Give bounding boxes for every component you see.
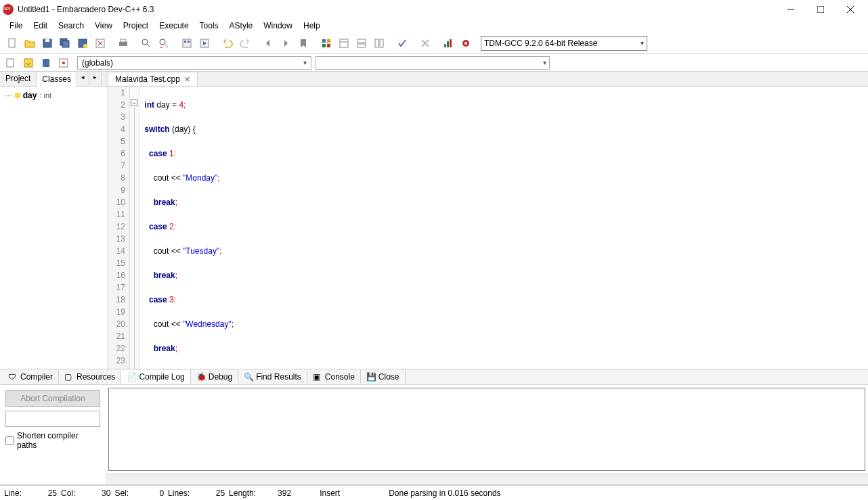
shield-icon: 🛡 [8, 372, 18, 382]
chevron-down-icon: ▾ [543, 59, 546, 66]
code-line[interactable]: break; [142, 342, 868, 355]
grid-icon[interactable] [318, 35, 334, 51]
globals-selected: (globals) [82, 58, 113, 68]
line-number: 20 [108, 318, 125, 330]
menu-tools[interactable]: Tools [194, 20, 224, 32]
insert-icon[interactable] [20, 55, 37, 71]
tab-find-results[interactable]: 🔍Find Results [238, 370, 307, 384]
menu-edit[interactable]: Edit [28, 20, 53, 32]
globals-select[interactable]: (globals) ▾ [77, 56, 311, 70]
print-icon[interactable] [115, 35, 131, 51]
tab-classes[interactable]: Classes [37, 72, 77, 87]
replace-icon[interactable] [156, 35, 172, 51]
code-editor[interactable]: 1 2 3 4 5 6 7 8 9 10 11 12 13 14 15 16 1… [108, 87, 868, 369]
close-file-icon[interactable] [92, 35, 108, 51]
code-line[interactable]: cout << "Wednesday"; [142, 318, 868, 330]
compile-icon[interactable] [179, 35, 195, 51]
status-col-value: 30 [79, 488, 110, 498]
abort-compilation-button[interactable]: Abort Compilation [5, 390, 100, 407]
compiler-selected: TDM-GCC 9.2.0 64-bit Release [484, 39, 597, 48]
line-number: 18 [108, 294, 125, 306]
fold-toggle-icon[interactable]: − [131, 99, 137, 106]
tile-h-icon[interactable] [353, 35, 370, 51]
code-line[interactable]: case 1: [142, 147, 868, 160]
menu-view[interactable]: View [89, 20, 118, 32]
menu-project[interactable]: Project [118, 20, 154, 32]
tile-v-icon[interactable] [371, 35, 387, 51]
shorten-paths-label: Shorten compiler paths [17, 431, 100, 450]
save-all-icon[interactable] [57, 35, 73, 51]
tab-console[interactable]: ▣Console [307, 370, 361, 384]
menu-astyle[interactable]: AStyle [224, 20, 259, 32]
svg-point-39 [464, 42, 467, 45]
stop-icon[interactable] [417, 35, 433, 51]
code-body[interactable]: int day = 4; switch (day) { case 1: cout… [139, 87, 868, 369]
code-line[interactable]: cout << "Tuesday"; [142, 245, 868, 257]
code-line[interactable]: int day = 4; [142, 99, 868, 111]
line-gutter: 1 2 3 4 5 6 7 8 9 10 11 12 13 14 15 16 1… [108, 87, 130, 369]
new-class-icon[interactable] [3, 55, 19, 71]
svg-rect-6 [45, 39, 49, 42]
compile-log-output[interactable] [108, 388, 865, 471]
goto-icon[interactable] [56, 55, 72, 71]
file-tab-active[interactable]: Malavida Test.cpp ✕ [108, 72, 198, 86]
tab-next-icon[interactable]: ▸ [89, 72, 102, 86]
tab-project[interactable]: Project [0, 72, 37, 86]
svg-rect-25 [322, 44, 326, 47]
find-icon[interactable] [138, 35, 154, 51]
undo-icon[interactable] [219, 35, 236, 51]
close-tab-icon[interactable]: ✕ [184, 75, 190, 84]
code-line[interactable]: break; [142, 196, 868, 208]
bookmark-icon[interactable] [295, 35, 311, 51]
menu-execute[interactable]: Execute [154, 20, 194, 32]
close-button[interactable] [836, 0, 865, 19]
code-line[interactable]: switch (day) { [142, 123, 868, 135]
status-sel-value: 0 [133, 488, 164, 498]
tab-resources[interactable]: ▢Resources [59, 370, 121, 384]
tab-compiler[interactable]: 🛡Compiler [3, 370, 59, 384]
debug-icon[interactable] [458, 35, 474, 51]
line-number: 3 [108, 111, 125, 123]
tab-compile-log[interactable]: 📄Compile Log [121, 370, 190, 384]
new-file-icon[interactable] [4, 35, 20, 51]
symbol-select[interactable]: ▾ [316, 56, 550, 70]
status-col-label: Col: [61, 488, 75, 498]
save-icon: 💾 [366, 372, 376, 382]
bookmark2-icon[interactable] [38, 55, 54, 71]
open-icon[interactable] [22, 35, 38, 51]
search-icon: 🔍 [244, 372, 253, 382]
code-line[interactable]: break; [142, 269, 868, 281]
menu-file[interactable]: File [4, 20, 28, 32]
blank-button[interactable] [5, 411, 100, 427]
tab-debug[interactable]: 🐞Debug [191, 370, 238, 384]
svg-point-44 [62, 62, 65, 64]
maximize-button[interactable] [806, 0, 836, 19]
line-number: 5 [108, 135, 125, 147]
horizontal-scrollbar[interactable] [106, 474, 868, 484]
sidebar: Project Classes ◂ ▸ ····· day : int [0, 72, 108, 369]
check-icon[interactable] [394, 35, 410, 51]
minimize-button[interactable] [776, 0, 806, 19]
window-icon[interactable] [336, 35, 352, 51]
save-icon[interactable] [39, 35, 56, 51]
compiler-select[interactable]: TDM-GCC 9.2.0 64-bit Release ▾ [481, 36, 647, 51]
tab-close[interactable]: 💾Close [361, 370, 406, 384]
class-tree[interactable]: ····· day : int [0, 87, 108, 104]
profile-icon[interactable] [440, 35, 456, 51]
tab-prev-icon[interactable]: ◂ [77, 72, 89, 86]
code-line[interactable]: case 3: [142, 294, 868, 306]
checkbox-icon[interactable] [5, 436, 14, 445]
back-icon[interactable] [260, 35, 276, 51]
run-icon[interactable] [196, 35, 213, 51]
menu-help[interactable]: Help [298, 20, 326, 32]
redo-icon[interactable] [237, 35, 253, 51]
menu-search[interactable]: Search [53, 20, 89, 32]
code-line[interactable]: cout << "Monday"; [142, 172, 868, 184]
menu-window[interactable]: Window [258, 20, 298, 32]
fold-column[interactable]: − [130, 87, 139, 369]
save-as-icon[interactable] [74, 35, 91, 51]
shorten-paths-checkbox[interactable]: Shorten compiler paths [5, 431, 100, 450]
code-line[interactable]: case 2: [142, 221, 868, 233]
tree-item-day[interactable]: ····· day : int [4, 91, 104, 100]
forward-icon[interactable] [278, 35, 294, 51]
